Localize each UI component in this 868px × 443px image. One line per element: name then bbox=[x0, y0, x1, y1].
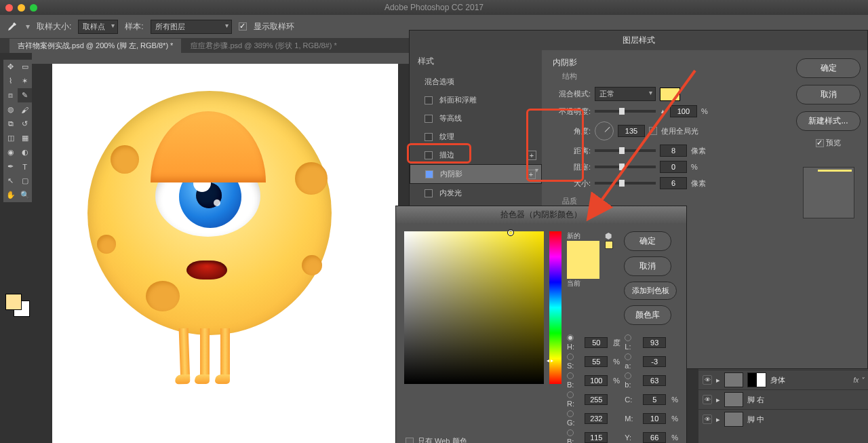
visibility-icon[interactable]: 👁 bbox=[703, 415, 712, 424]
crop-tool[interactable]: ⧈ bbox=[3, 88, 18, 102]
opacity-input[interactable] bbox=[670, 105, 697, 117]
document-canvas[interactable] bbox=[52, 64, 398, 443]
effect-等高线[interactable]: 等高线 bbox=[410, 109, 542, 128]
size-slider[interactable] bbox=[595, 182, 656, 185]
a-input[interactable] bbox=[643, 356, 666, 367]
close-icon[interactable] bbox=[5, 4, 13, 12]
visibility-icon[interactable]: 👁 bbox=[703, 395, 712, 404]
m-input[interactable] bbox=[643, 413, 666, 424]
layer-row[interactable]: 👁▸脚 中 bbox=[698, 409, 868, 429]
size-input[interactable] bbox=[660, 177, 687, 189]
color-libraries-button[interactable]: 颜色库 bbox=[624, 305, 671, 325]
new-style-button[interactable]: 新建样式... bbox=[796, 111, 861, 131]
zoom-icon[interactable] bbox=[30, 4, 37, 12]
effect-内发光[interactable]: 内发光 bbox=[410, 184, 542, 202]
web-colors-checkbox[interactable] bbox=[406, 438, 414, 444]
lasso-tool[interactable]: ⌇ bbox=[3, 74, 18, 88]
dodge-tool[interactable]: ◐ bbox=[18, 145, 32, 159]
magic-wand-tool[interactable]: ✶ bbox=[18, 74, 32, 88]
current-color-swatch[interactable] bbox=[567, 260, 599, 279]
current-color-label: 当前 bbox=[567, 279, 599, 288]
eyedropper-tool[interactable]: ✎ bbox=[18, 88, 32, 102]
healing-tool[interactable]: ◍ bbox=[3, 102, 18, 117]
layer-row[interactable]: 👁▸脚 右 bbox=[698, 389, 868, 409]
blur-tool[interactable]: ◉ bbox=[3, 145, 18, 159]
hand-tool[interactable]: ✋ bbox=[3, 188, 18, 202]
visibility-icon[interactable]: 👁 bbox=[703, 375, 712, 385]
doc-tab-inactive[interactable]: 痘痘君步骤.psd @ 389% (形状 1, RGB/8#) * bbox=[182, 39, 344, 53]
blending-options-row[interactable]: 混合选项 bbox=[410, 73, 542, 91]
angle-input[interactable] bbox=[618, 125, 645, 137]
saturation-value-field[interactable] bbox=[404, 231, 544, 384]
show-sample-ring-checkbox[interactable] bbox=[239, 22, 247, 31]
g-input[interactable] bbox=[585, 413, 608, 424]
effect-斜面和浮雕[interactable]: 斜面和浮雕 bbox=[410, 91, 542, 109]
shape-tool[interactable]: ▢ bbox=[18, 174, 32, 188]
sample-size-select[interactable]: 取样点 bbox=[78, 20, 118, 34]
marquee-tool[interactable]: ▭ bbox=[18, 60, 32, 74]
effect-内阴影[interactable]: 内阴影+ bbox=[410, 164, 542, 184]
h-radio[interactable] bbox=[567, 334, 574, 341]
bc-input[interactable] bbox=[585, 432, 608, 443]
stamp-tool[interactable]: ⧉ bbox=[3, 117, 18, 131]
s-input[interactable] bbox=[585, 356, 608, 367]
blend-mode-select[interactable]: 正常 bbox=[595, 87, 656, 101]
global-light-label: 使用全局光 bbox=[661, 126, 698, 136]
global-light-checkbox[interactable] bbox=[649, 127, 657, 135]
bv-input[interactable] bbox=[585, 375, 608, 386]
ok-button[interactable]: 确定 bbox=[796, 58, 861, 78]
lab-b-radio[interactable] bbox=[625, 372, 631, 379]
choke-slider[interactable] bbox=[595, 166, 656, 168]
g-radio[interactable] bbox=[567, 410, 574, 417]
distance-input[interactable] bbox=[660, 145, 687, 157]
bc-radio[interactable] bbox=[567, 429, 574, 436]
brush-tool[interactable]: 🖌 bbox=[18, 102, 32, 117]
b-radio[interactable] bbox=[567, 372, 574, 379]
s-radio[interactable] bbox=[567, 353, 574, 360]
cp-ok-button[interactable]: 确定 bbox=[624, 231, 671, 251]
lab-b-input[interactable] bbox=[643, 375, 666, 386]
minimize-icon[interactable] bbox=[18, 4, 25, 12]
r-input[interactable] bbox=[585, 394, 608, 405]
angle-dial[interactable] bbox=[595, 121, 614, 140]
eraser-tool[interactable]: ◫ bbox=[3, 131, 18, 145]
foreground-color[interactable] bbox=[5, 294, 22, 310]
eyedropper-icon[interactable] bbox=[5, 20, 19, 33]
l-radio[interactable] bbox=[625, 334, 631, 341]
color-swatches[interactable] bbox=[5, 294, 22, 326]
a-radio[interactable] bbox=[625, 353, 631, 360]
h-input[interactable] bbox=[585, 337, 608, 348]
c-input[interactable] bbox=[643, 394, 666, 405]
choke-label: 阻塞: bbox=[553, 162, 591, 172]
blend-mode-label: 混合模式: bbox=[553, 89, 591, 99]
layer-row[interactable]: 👁▸身体fx ˅ bbox=[698, 370, 868, 389]
doc-tab-active[interactable]: 吉祥物案例实战.psd @ 200% (脚 左, RGB/8*) * bbox=[9, 39, 181, 53]
quality-label: 品质 bbox=[562, 196, 778, 206]
opacity-slider[interactable] bbox=[595, 110, 656, 113]
effect-纹理[interactable]: 纹理 bbox=[410, 128, 542, 146]
history-brush-tool[interactable]: ↺ bbox=[18, 117, 32, 131]
zoom-tool[interactable]: 🔍 bbox=[18, 188, 32, 202]
cp-cancel-button[interactable]: 取消 bbox=[624, 256, 671, 276]
choke-input[interactable] bbox=[660, 161, 687, 173]
path-tool[interactable]: ↖ bbox=[3, 174, 18, 188]
preview-checkbox[interactable] bbox=[816, 139, 824, 147]
r-radio[interactable] bbox=[567, 391, 574, 398]
shadow-color-swatch[interactable] bbox=[660, 88, 680, 101]
layer-style-title: 图层样式 bbox=[410, 31, 867, 50]
add-swatch-button[interactable]: 添加到色板 bbox=[624, 282, 677, 300]
dialog-buttons: 确定 取消 新建样式... 预览 bbox=[789, 50, 867, 369]
gradient-tool[interactable]: ▦ bbox=[18, 131, 32, 145]
l-input[interactable] bbox=[643, 337, 666, 348]
cancel-button[interactable]: 取消 bbox=[796, 85, 861, 104]
pen-tool[interactable]: ✒ bbox=[3, 159, 18, 174]
move-tool[interactable]: ✥ bbox=[3, 60, 18, 74]
distance-slider[interactable] bbox=[595, 149, 656, 152]
sample-layers-select[interactable]: 所有图层 bbox=[151, 20, 232, 34]
hue-slider[interactable]: ◂ ▸ bbox=[549, 231, 561, 384]
type-tool[interactable]: T bbox=[18, 159, 32, 174]
preview-label: 预览 bbox=[826, 138, 841, 147]
y-input[interactable] bbox=[643, 432, 666, 443]
effect-描边[interactable]: 描边+ bbox=[410, 146, 542, 164]
window-controls[interactable] bbox=[5, 4, 37, 12]
